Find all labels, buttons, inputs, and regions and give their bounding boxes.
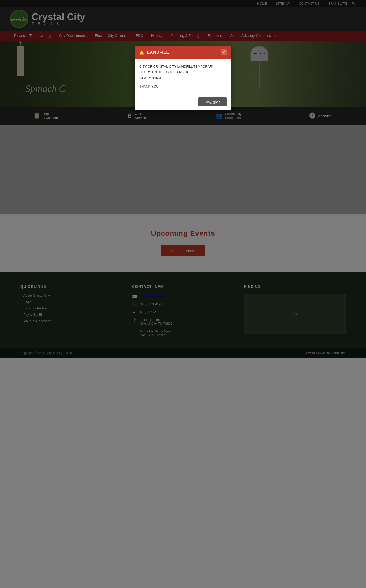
okay-got-it-button[interactable]: Okay, got it. <box>198 97 227 106</box>
modal-body-line2: 8AM TO 12PM <box>139 76 227 81</box>
modal-body-line1: CITY OF CRYSTAL CITY LANDFILL TEMPORARY … <box>139 64 227 75</box>
modal-header: 🔔 LANDFILL ✕ <box>135 46 231 59</box>
modal-footer: Okay, got it. <box>135 94 231 110</box>
modal-body-line3: THANK YOU, <box>139 84 227 89</box>
modal-body: CITY OF CRYSTAL CITY LANDFILL TEMPORARY … <box>135 59 231 94</box>
modal-close-button[interactable]: ✕ <box>221 49 227 55</box>
landfill-modal: 🔔 LANDFILL ✕ CITY OF CRYSTAL CITY LANDFI… <box>135 46 231 110</box>
bell-icon: 🔔 <box>139 50 145 55</box>
modal-overlay[interactable]: 🔔 LANDFILL ✕ CITY OF CRYSTAL CITY LANDFI… <box>0 0 366 358</box>
modal-title: 🔔 LANDFILL <box>139 50 169 55</box>
modal-title-text: LANDFILL <box>147 50 169 55</box>
